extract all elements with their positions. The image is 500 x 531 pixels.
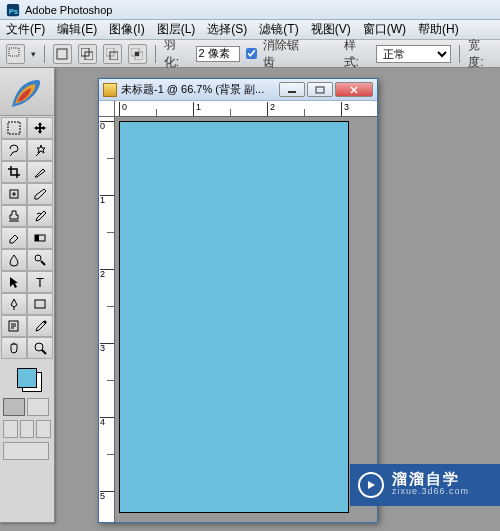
svg-point-15 (35, 255, 41, 261)
document-titlebar[interactable]: 未标题-1 @ 66.7% (背景 副... (99, 79, 377, 101)
close-button[interactable] (335, 82, 373, 97)
width-label: 宽度: (468, 37, 494, 71)
document-title: 未标题-1 @ 66.7% (背景 副... (121, 82, 275, 97)
watermark-url: zixue.3d66.com (392, 485, 469, 498)
gradient-tool[interactable] (27, 227, 53, 249)
minimize-button[interactable] (279, 82, 305, 97)
subtract-selection-icon[interactable] (103, 44, 122, 64)
ruler-v-tick: 2 (100, 269, 114, 279)
pen-tool[interactable] (1, 293, 27, 315)
slice-tool[interactable] (27, 161, 53, 183)
ruler-v-minor (107, 158, 115, 159)
ruler-h-tick: 3 (341, 102, 349, 116)
document-body: 0 1 2 3 0 1 2 3 4 5 (99, 101, 377, 522)
standard-mode-button[interactable] (3, 398, 25, 416)
app-titlebar: Ps Adobe Photoshop (0, 0, 500, 20)
intersect-selection-icon[interactable] (128, 44, 147, 64)
add-selection-icon[interactable] (78, 44, 97, 64)
svg-rect-17 (35, 300, 45, 308)
svg-rect-21 (288, 91, 296, 93)
menu-help[interactable]: 帮助(H) (418, 21, 459, 38)
shape-tool[interactable] (27, 293, 53, 315)
eyedropper-tool[interactable] (27, 315, 53, 337)
quickmask-mode-button[interactable] (27, 398, 49, 416)
screen-mode-1-button[interactable] (3, 420, 18, 438)
ruler-h-minor (230, 109, 231, 117)
document-icon (103, 83, 117, 97)
feather-input[interactable] (196, 46, 240, 62)
ruler-v-tick: 3 (100, 343, 114, 353)
brush-tool[interactable] (27, 183, 53, 205)
eraser-tool[interactable] (1, 227, 27, 249)
screen-mode-row (0, 418, 54, 440)
dodge-tool[interactable] (27, 249, 53, 271)
menu-window[interactable]: 窗口(W) (363, 21, 406, 38)
svg-text:T: T (36, 275, 44, 289)
tool-preset-icon[interactable] (6, 44, 25, 64)
stamp-tool[interactable] (1, 205, 27, 227)
menu-edit[interactable]: 编辑(E) (57, 21, 97, 38)
crop-tool[interactable] (1, 161, 27, 183)
svg-text:Ps: Ps (9, 6, 19, 15)
maximize-button[interactable] (307, 82, 333, 97)
new-selection-icon[interactable] (53, 44, 72, 64)
ruler-v-tick: 5 (100, 491, 114, 501)
menu-image[interactable]: 图像(I) (109, 21, 144, 38)
document-window: 未标题-1 @ 66.7% (背景 副... 0 1 2 3 0 1 2 3 4 (98, 78, 378, 523)
ruler-v-minor (107, 306, 115, 307)
marquee-tool[interactable] (1, 117, 27, 139)
dropdown-arrow-icon[interactable]: ▾ (31, 49, 36, 59)
window-buttons (279, 82, 373, 97)
jump-row (0, 440, 54, 462)
ruler-v-minor (107, 454, 115, 455)
style-select[interactable]: 正常 (376, 45, 452, 63)
canvas-area[interactable] (115, 117, 377, 522)
ruler-h-tick: 0 (119, 102, 127, 116)
history-brush-tool[interactable] (27, 205, 53, 227)
color-swatches[interactable] (0, 360, 54, 396)
vertical-ruler[interactable]: 0 1 2 3 4 5 (99, 117, 115, 522)
ruler-v-minor (107, 380, 115, 381)
ruler-v-tick: 1 (100, 195, 114, 205)
lasso-tool[interactable] (1, 139, 27, 161)
menu-select[interactable]: 选择(S) (207, 21, 247, 38)
watermark-badge: 溜溜自学 zixue.3d66.com (350, 464, 500, 506)
tools-panel: T (0, 68, 55, 523)
blur-tool[interactable] (1, 249, 27, 271)
tools-header-icon (0, 68, 54, 116)
menu-layer[interactable]: 图层(L) (157, 21, 196, 38)
move-tool[interactable] (27, 117, 53, 139)
antialias-checkbox[interactable] (246, 48, 257, 59)
photoshop-logo-icon: Ps (6, 3, 20, 17)
zoom-tool[interactable] (27, 337, 53, 359)
notes-tool[interactable] (1, 315, 27, 337)
separator (44, 45, 45, 63)
screen-mode-2-button[interactable] (20, 420, 35, 438)
horizontal-ruler[interactable]: 0 1 2 3 (115, 101, 377, 117)
svg-rect-10 (135, 52, 139, 56)
hand-tool[interactable] (1, 337, 27, 359)
ruler-v-minor (107, 232, 115, 233)
menu-filter[interactable]: 滤镜(T) (259, 21, 298, 38)
jump-to-button[interactable] (3, 442, 49, 460)
watermark-text: 溜溜自学 zixue.3d66.com (392, 472, 469, 498)
ruler-h-tick: 1 (193, 102, 201, 116)
menu-file[interactable]: 文件(F) (6, 21, 45, 38)
foreground-swatch[interactable] (17, 368, 37, 388)
heal-tool[interactable] (1, 183, 27, 205)
edit-mode-row (0, 396, 54, 418)
tools-grid: T (0, 116, 54, 360)
menu-view[interactable]: 视图(V) (311, 21, 351, 38)
screen-mode-3-button[interactable] (36, 420, 51, 438)
feather-label: 羽化: (164, 37, 190, 71)
ruler-h-tick: 2 (267, 102, 275, 116)
svg-point-19 (44, 321, 47, 324)
canvas[interactable] (119, 121, 349, 513)
wand-tool[interactable] (27, 139, 53, 161)
ruler-v-tick: 0 (100, 121, 114, 131)
separator (155, 45, 156, 63)
type-tool[interactable]: T (27, 271, 53, 293)
svg-rect-11 (8, 122, 20, 134)
style-label: 样式: (344, 37, 370, 71)
path-select-tool[interactable] (1, 271, 27, 293)
